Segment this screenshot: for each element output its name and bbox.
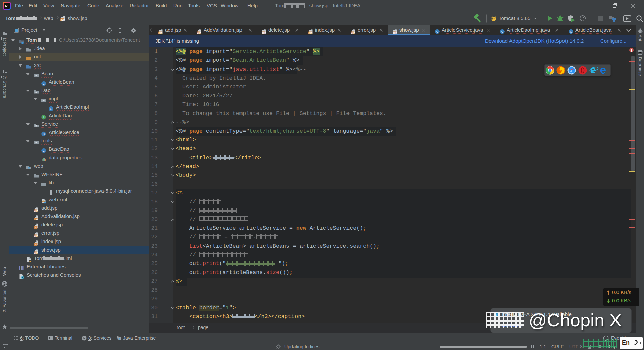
svg-text:JSP: JSP xyxy=(393,32,397,34)
svg-text:JSP: JSP xyxy=(34,235,38,237)
svg-text:JSP: JSP xyxy=(61,19,65,21)
svg-text:JSP: JSP xyxy=(34,227,38,229)
svg-text:C: C xyxy=(43,149,45,152)
svg-text:JSP: JSP xyxy=(34,244,38,246)
svg-text:JSP: JSP xyxy=(34,210,38,212)
svg-text:JSP: JSP xyxy=(34,218,38,220)
svg-text:JSP: JSP xyxy=(159,32,162,34)
svg-text:C: C xyxy=(50,107,52,111)
svg-text:C: C xyxy=(501,30,504,33)
svg-text:I: I xyxy=(43,116,44,119)
svg-text:JSP: JSP xyxy=(309,32,312,34)
svg-text:JSP: JSP xyxy=(34,252,38,254)
svg-text:JSP: JSP xyxy=(262,32,266,34)
svg-text:C: C xyxy=(43,82,45,85)
svg-text:C: C xyxy=(570,30,572,33)
svg-text:E: E xyxy=(117,338,119,340)
svg-text:JSP: JSP xyxy=(351,32,355,34)
svg-text:JSP: JSP xyxy=(197,32,201,34)
svg-text:C: C xyxy=(436,30,439,33)
svg-text:C: C xyxy=(43,132,45,136)
